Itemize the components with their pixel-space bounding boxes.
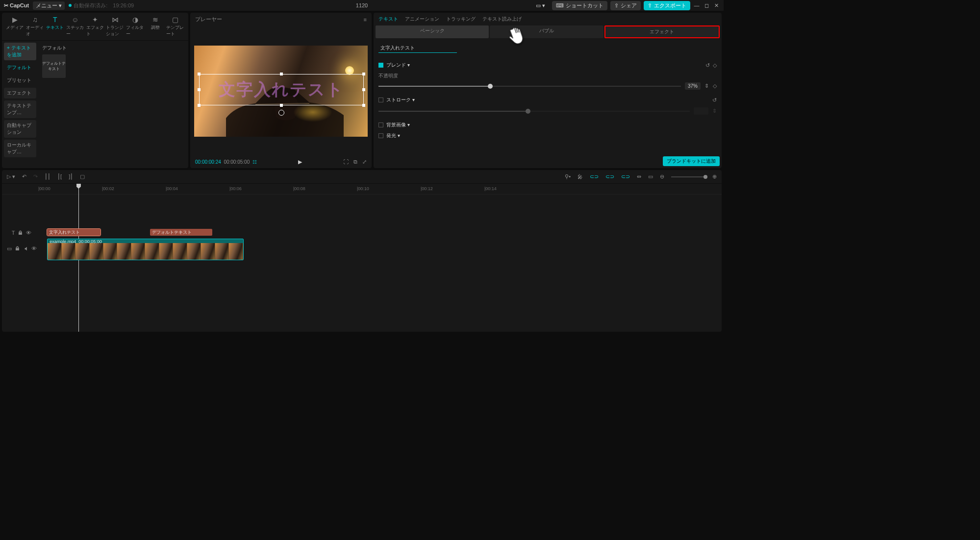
glow-checkbox[interactable]	[378, 133, 383, 138]
video-track-head[interactable]: ▭🔒︎🔈︎👁	[2, 237, 38, 260]
blend-checkbox[interactable]	[378, 63, 383, 68]
zoom-fit-icon[interactable]: ⊕	[712, 173, 717, 180]
project-title: 1120	[356, 2, 368, 8]
sidenav-item-2[interactable]: プリセット	[4, 75, 36, 86]
link-1-icon[interactable]: ⊂⊃	[590, 173, 599, 180]
player-title: プレーヤー	[195, 16, 222, 23]
text-clip-0[interactable]: 文字入れテスト	[47, 229, 101, 236]
sidenav-item-1[interactable]: デフォルト	[4, 62, 36, 73]
magnet-icon[interactable]: ⚲•	[565, 173, 571, 180]
top-tab-6[interactable]: ◑フィルター	[125, 14, 145, 39]
ruler-tick: |00:08	[293, 186, 305, 191]
zoom-slider[interactable]	[671, 176, 705, 177]
menu-button[interactable]: メニュー ▾	[33, 1, 65, 10]
right-tab-2[interactable]: トラッキング	[446, 16, 476, 23]
opacity-label: 不透明度	[378, 73, 717, 79]
default-text-preset[interactable]: デフォルトテキスト	[42, 54, 66, 78]
top-tab-3[interactable]: ☺ステッカー	[65, 14, 85, 39]
delete-icon[interactable]: ▢	[80, 173, 85, 180]
sidenav-item-3[interactable]: エフェクト	[4, 88, 36, 98]
split-icon[interactable]: ⎮⎮	[45, 173, 50, 180]
shortcut-button[interactable]: ⌨ ショートカット	[552, 1, 607, 10]
crop-icon[interactable]: ⛶	[343, 159, 349, 165]
bg-label: 背景画像 ▾	[386, 122, 717, 128]
app-logo: ✂ CapCut	[4, 2, 29, 9]
share-button[interactable]: ⇪ シェア	[610, 1, 641, 10]
timecode: 00:00:00:24 00:00:05:00 ☷	[195, 159, 257, 165]
handle[interactable]	[362, 104, 365, 107]
layout-button[interactable]: ▭ ▾	[532, 1, 549, 10]
mic-icon[interactable]: 🎤︎	[578, 174, 583, 180]
handle[interactable]	[280, 73, 283, 75]
opacity-slider[interactable]	[378, 86, 681, 87]
preview-canvas[interactable]: 文字入れテスト	[194, 46, 368, 137]
sidenav-item-4[interactable]: テキストテンプ…	[4, 100, 36, 118]
glow-label: 発光 ▾	[386, 132, 717, 139]
close-button[interactable]: ✕	[713, 2, 720, 9]
add-brandkit-button[interactable]: ブランドキットに追加	[663, 156, 720, 166]
text-selection-box[interactable]: 文字入れテスト	[199, 74, 364, 105]
trim-right-icon[interactable]: ]⎮	[69, 173, 73, 180]
redo-icon[interactable]: ↷	[33, 173, 38, 180]
text-track-head[interactable]: T🔒︎👁	[2, 229, 38, 237]
right-tab-1[interactable]: アニメーション	[405, 16, 439, 23]
top-tab-2[interactable]: Tテキスト	[45, 14, 65, 39]
handle[interactable]	[362, 88, 365, 91]
keyframe-icon[interactable]: ◇	[713, 62, 717, 69]
ruler-tick: |00:04	[166, 186, 178, 191]
keyframe-icon[interactable]: ◇	[713, 83, 717, 89]
align-icon[interactable]: ⇔	[637, 173, 641, 180]
ruler-tick: |00:10	[357, 186, 369, 191]
reset-icon[interactable]: ↺	[705, 62, 710, 69]
ruler-tick: |00:14	[484, 186, 497, 191]
preview-flare	[293, 102, 332, 122]
handle[interactable]	[198, 88, 201, 91]
text-clip-1[interactable]: デフォルトテキスト	[150, 229, 212, 236]
maximize-button[interactable]: ◻	[703, 2, 710, 9]
subtab-2[interactable]: エフェクト	[604, 25, 720, 38]
fullscreen-icon[interactable]: ⤢	[362, 159, 367, 165]
undo-icon[interactable]: ↶	[22, 173, 26, 180]
zoom-out-icon[interactable]: ⊖	[660, 173, 664, 180]
minimize-button[interactable]: —	[693, 2, 700, 8]
handle[interactable]	[198, 104, 201, 107]
right-tab-0[interactable]: テキスト	[378, 16, 398, 23]
sidenav-item-0[interactable]: + テキストを追加	[4, 43, 36, 60]
link-2-icon[interactable]: ⊂⊃	[605, 173, 614, 180]
top-tab-1[interactable]: ♫オーディオ	[25, 14, 45, 39]
rotate-handle[interactable]	[278, 110, 284, 116]
opacity-value[interactable]: 37%	[685, 82, 701, 90]
monitor-icon[interactable]: ▭	[648, 173, 653, 180]
play-button[interactable]: ▶	[298, 159, 302, 165]
link-3-icon[interactable]: ⊂⊃	[621, 173, 630, 180]
sidenav-item-6[interactable]: ローカルキャプ…	[4, 140, 36, 157]
stroke-checkbox[interactable]	[378, 98, 383, 102]
handle[interactable]	[198, 73, 201, 75]
bg-checkbox[interactable]	[378, 123, 383, 127]
handle[interactable]	[362, 73, 365, 75]
text-content-input[interactable]	[378, 43, 457, 53]
top-tab-8[interactable]: ▢テンプレート	[165, 14, 185, 39]
top-tab-0[interactable]: ▶メディア	[5, 14, 25, 39]
sidenav-item-5[interactable]: 自動キャプション	[4, 120, 36, 138]
export-button[interactable]: ⇪ エクスポート	[644, 1, 690, 10]
video-clip[interactable]: example.mp4 00:00:05:00	[47, 239, 243, 260]
ratio-icon[interactable]: ⧉	[353, 159, 357, 165]
handle[interactable]	[280, 104, 283, 107]
ruler-tick: |00:12	[421, 186, 433, 191]
overlay-text: 文字入れテスト	[219, 78, 344, 101]
top-tab-7[interactable]: ≋調整	[145, 14, 165, 39]
subtab-0[interactable]: ベーシック	[376, 25, 489, 38]
ruler-tick: |00:02	[102, 186, 114, 191]
stepper-icon: ⇕	[712, 108, 717, 114]
player-menu-icon[interactable]: ≡	[364, 17, 367, 23]
trim-left-icon[interactable]: ⎮[	[57, 173, 62, 180]
stroke-slider	[378, 111, 690, 112]
right-tab-3[interactable]: テキスト読み上げ	[482, 16, 522, 23]
reset-icon[interactable]: ↺	[712, 97, 717, 103]
stepper-icon[interactable]: ⇕	[704, 83, 709, 89]
select-tool-icon[interactable]: ▷ ▾	[7, 173, 15, 180]
top-tab-5[interactable]: ⋈トランジション	[105, 14, 125, 39]
subtab-1[interactable]: バブル	[490, 25, 603, 38]
top-tab-4[interactable]: ✦エフェクト	[85, 14, 105, 39]
